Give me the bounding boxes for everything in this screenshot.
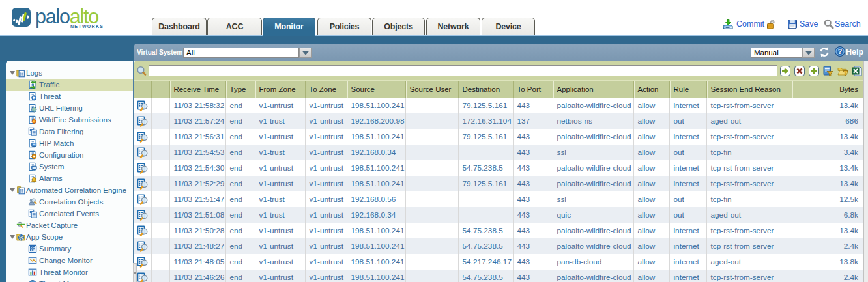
svg-text:?: ? <box>838 48 842 55</box>
